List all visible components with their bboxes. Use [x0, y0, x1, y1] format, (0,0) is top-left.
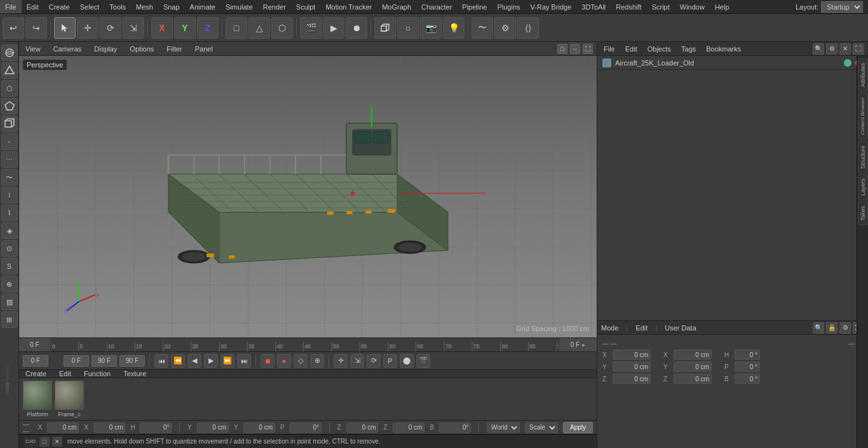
coord-z2-input[interactable] — [393, 423, 424, 433]
mat-menu-function[interactable]: Function — [81, 370, 113, 377]
menu-sculpt[interactable]: Sculpt — [291, 0, 321, 13]
sidebar-btn-10[interactable]: ◈ — [1, 222, 18, 239]
param-key-button[interactable]: P — [383, 354, 397, 368]
sidebar-btn-4[interactable] — [1, 98, 18, 114]
record-button[interactable]: ⏺ — [261, 354, 275, 368]
render-button[interactable]: ⏺ — [346, 17, 367, 39]
status-icon-2[interactable]: ✕ — [52, 437, 62, 447]
attr-z-val[interactable] — [613, 374, 651, 384]
menu-3dtoall[interactable]: 3DToAll — [576, 0, 611, 13]
obj-menu-tags[interactable]: Tags — [679, 45, 698, 53]
mat-menu-create[interactable]: Create — [23, 370, 49, 377]
rtab-attributes[interactable]: Attributes — [858, 58, 868, 92]
move-key-button[interactable]: ✛ — [334, 354, 348, 368]
sidebar-btn-11[interactable]: ⊙ — [1, 240, 18, 257]
polygon-button[interactable]: △ — [248, 17, 270, 39]
step-forward-button[interactable]: ⏩ — [220, 354, 234, 368]
camera-button[interactable]: 📷 — [420, 17, 442, 39]
select-tool-button[interactable] — [54, 17, 76, 39]
mat-menu-edit[interactable]: Edit — [57, 370, 74, 377]
obj-dot-green[interactable] — [844, 59, 851, 67]
menu-mesh[interactable]: Mesh — [131, 0, 158, 13]
sidebar-btn-6[interactable]: ◦ — [1, 133, 18, 150]
play-backward-button[interactable]: ◀ — [187, 354, 201, 368]
mat-menu-texture[interactable]: Texture — [121, 370, 149, 377]
attr-x2-val[interactable] — [674, 350, 712, 360]
menu-snap[interactable]: Snap — [158, 0, 185, 13]
menu-render[interactable]: Render — [258, 0, 291, 13]
menu-script[interactable]: Script — [647, 0, 675, 13]
current-frame-input[interactable] — [23, 355, 48, 367]
attr-x-val[interactable] — [613, 350, 651, 360]
world-dropdown[interactable]: World — [487, 423, 520, 433]
vp-ctrl-3[interactable]: ⛶ — [583, 44, 593, 54]
menu-select[interactable]: Select — [75, 0, 105, 13]
motion-path-button[interactable]: ⊕ — [310, 354, 324, 368]
deformer-button[interactable]: ⟨⟩ — [517, 17, 539, 39]
obj-menu-file[interactable]: File — [601, 45, 618, 53]
move-tool-button[interactable]: ✛ — [77, 17, 98, 39]
menu-simulate[interactable]: Simulate — [220, 0, 258, 13]
scale-dropdown[interactable]: Scale — [525, 423, 558, 433]
pla-key-button[interactable]: ⬤ — [400, 354, 414, 368]
menu-redshift[interactable]: Redshift — [611, 0, 646, 13]
obj-menu-edit[interactable]: Edit — [623, 45, 640, 53]
attr-menu-mode[interactable]: Mode — [601, 324, 619, 332]
obj-close-icon[interactable]: ✕ — [839, 43, 851, 55]
layout-select[interactable]: Startup — [821, 1, 863, 13]
viewport-menu-panel[interactable]: Panel — [193, 45, 215, 53]
coord-y2-input[interactable] — [243, 423, 275, 433]
play-button[interactable]: ▶ — [204, 354, 218, 368]
key-button[interactable]: ◇ — [294, 354, 308, 368]
obj-expand-icon[interactable]: ⛶ — [853, 43, 864, 55]
attr-z2-val[interactable] — [674, 374, 712, 384]
vp-ctrl-1[interactable]: ⬡ — [557, 44, 567, 54]
menu-help[interactable]: Help — [710, 0, 735, 13]
generator-button[interactable]: ⚙ — [494, 17, 516, 39]
vp-ctrl-2[interactable]: ↔ — [570, 44, 580, 54]
attr-y-val[interactable] — [613, 362, 651, 372]
sidebar-btn-2[interactable] — [1, 62, 18, 79]
rtab-takes[interactable]: Takes — [858, 201, 868, 226]
mat-item-0[interactable]: Platform — [23, 381, 52, 417]
coord-z-input[interactable] — [346, 423, 378, 433]
viewport-menu-filter[interactable]: Filter — [164, 45, 184, 53]
viewport-menu-view[interactable]: View — [23, 45, 43, 53]
edge-button[interactable]: ⬡ — [271, 17, 293, 39]
obj-menu-bookmarks[interactable]: Bookmarks — [703, 45, 743, 53]
scale-tool-button[interactable]: ⇲ — [123, 17, 144, 39]
timeline-button[interactable]: 🎬 — [416, 354, 430, 368]
menu-pipeline[interactable]: Pipeline — [457, 0, 492, 13]
menu-character[interactable]: Character — [416, 0, 457, 13]
attr-settings-btn[interactable]: ⚙ — [839, 322, 851, 334]
coord-h-input[interactable] — [140, 423, 172, 433]
object-button[interactable]: □ — [226, 17, 247, 39]
attr-search-btn[interactable]: 🔍 — [813, 322, 824, 334]
scale-key-button[interactable]: ⇲ — [350, 354, 364, 368]
end-frame-input[interactable] — [92, 355, 117, 367]
status-icon-1[interactable]: □ — [39, 437, 50, 447]
menu-motion-tracker[interactable]: Motion Tracker — [320, 0, 377, 13]
z-axis-button[interactable]: Z — [197, 17, 219, 39]
obj-row-aircraft[interactable]: Aircraft_25K_Loader_Old — [597, 56, 868, 70]
sidebar-btn-1[interactable] — [1, 44, 18, 61]
y-axis-button[interactable]: Y — [174, 17, 196, 39]
menu-vray[interactable]: V-Ray Bridge — [526, 0, 577, 13]
attr-b-val[interactable] — [735, 374, 760, 384]
step-back-button[interactable]: ⏪ — [171, 354, 185, 368]
sidebar-btn-9[interactable]: ⌇ — [1, 205, 18, 221]
go-end-button[interactable]: ⏭ — [237, 354, 251, 368]
timeline-track[interactable]: 0 5 10 15 20 25 — [51, 338, 559, 351]
render-view-button[interactable]: 🎬 — [300, 17, 322, 39]
sidebar-btn-8[interactable]: ⁞ — [1, 187, 18, 203]
menu-edit[interactable]: Edit — [22, 0, 44, 13]
spline-button[interactable]: 〜 — [471, 17, 493, 39]
mat-item-1[interactable]: Frame_c — [55, 381, 84, 417]
sidebar-btn-5[interactable] — [1, 116, 18, 132]
coord-x2-input[interactable] — [93, 423, 125, 433]
menu-create[interactable]: Create — [44, 0, 75, 13]
go-start-button[interactable]: ⏮ — [154, 354, 168, 368]
obj-settings-icon[interactable]: ⚙ — [826, 43, 837, 55]
menu-mograph[interactable]: MoGraph — [377, 0, 416, 13]
rotate-tool-button[interactable]: ⟳ — [100, 17, 121, 39]
